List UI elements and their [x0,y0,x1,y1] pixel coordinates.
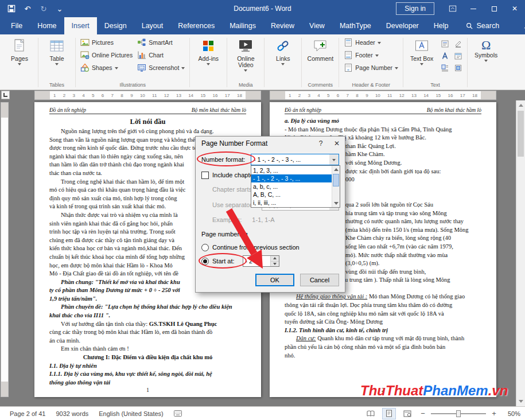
ruler-number: 10 [140,93,145,98]
object-button[interactable] [452,63,464,73]
scroll-down-icon[interactable] [334,202,339,205]
save-icon[interactable] [7,4,16,13]
horizontal-ruler[interactable]: 123456789101112131415161718 123456789101… [0,90,525,100]
ruler-number: 12 [164,93,169,98]
web-layout-button[interactable] [400,408,414,419]
cancel-button[interactable]: Cancel [300,274,339,286]
shapes-button[interactable]: Shapes [78,61,135,74]
addins-button[interactable]: Add-ins [192,36,224,65]
dialog-title-bar[interactable]: Page Number Format ? ✕ [196,137,345,150]
dropdown-option[interactable]: i, ii, iii, ... [251,199,332,207]
number-format-label: Number format: [201,156,251,163]
scroll-thumb[interactable] [518,111,524,157]
smartart-button[interactable]: SmartArt [135,36,187,49]
ribbon-tab[interactable]: MathType [332,17,379,34]
start-at-spinner[interactable]: - 2 - [243,255,279,267]
zoom-in-button[interactable]: + [490,410,498,418]
ribbon-tab[interactable]: File [3,17,30,34]
ruler-number: 14 [188,93,193,98]
include-chapter-checkbox[interactable] [201,172,209,179]
ribbon-tab[interactable]: Mailings [222,17,263,34]
dropdown-option[interactable]: 1, 2, 3, ... [251,166,332,174]
zoom-slider-thumb[interactable] [456,410,461,417]
share-button[interactable]: Share [513,22,525,30]
undo-icon[interactable]: ↶ [23,4,32,13]
number-format-combobox[interactable]: - 1 -, - 2 -, - 3 -, ... [251,154,339,165]
comment-button[interactable]: Comment [304,36,336,62]
minimize-button[interactable] [463,0,484,17]
dropdown-option[interactable]: a, b, c, ... [251,182,332,190]
redo-icon[interactable]: ↻ [39,4,48,13]
dropdown-option[interactable]: - 1 -, - 2 -, - 3 -, ... [251,174,332,182]
date-time-button[interactable] [452,50,464,61]
wordart-button[interactable] [439,50,450,61]
vertical-ruler[interactable] [1,102,9,397]
ok-button[interactable]: OK [255,274,294,286]
ribbon-display-options-icon[interactable] [442,0,463,17]
links-button[interactable]: Links [267,36,299,65]
print-layout-button[interactable] [382,408,396,419]
dialog-close-icon[interactable]: ✕ [329,137,345,150]
customize-qat-icon[interactable]: ⌄ [55,4,64,13]
zoom-out-button[interactable]: − [419,410,427,418]
screenshot-button[interactable]: Screenshot [135,61,187,74]
word-count[interactable]: 9032 words [50,410,94,417]
symbols-button[interactable]: Ω Symbols [470,36,502,62]
scroll-down-icon[interactable] [519,400,523,403]
tab-stop-selector[interactable] [1,91,10,99]
scroll-up-icon[interactable] [519,104,523,107]
text-box-button[interactable]: Text Box [406,36,438,65]
online-pictures-icon [80,50,90,60]
quick-parts-button[interactable] [439,38,450,49]
spinner-down-icon[interactable] [271,261,279,267]
online-pictures-button[interactable]: Online Pictures [78,49,135,61]
addins-label: Add-ins [199,56,219,62]
ribbon-tab[interactable]: Layout [134,17,171,34]
ruler-number: 6 [337,93,339,98]
combo-arrow-icon[interactable] [329,154,339,165]
close-button[interactable]: ✕ [504,0,525,17]
language-indicator[interactable]: English (United States) [94,410,169,417]
comment-icon [313,38,328,53]
dropdown-option[interactable]: A, B, C, ... [251,190,332,199]
read-mode-button[interactable] [364,408,378,419]
spinner-up-icon[interactable] [271,256,279,261]
footer-button[interactable]: Footer [341,49,400,61]
start-at-radio[interactable] [201,258,209,265]
keyboard-indicator-icon[interactable] [169,410,187,417]
drop-cap-button[interactable] [439,63,450,73]
scroll-thumb[interactable] [333,174,339,186]
ribbon-tab[interactable]: Insert [64,17,97,34]
document-line: a. Địa lý của vùng mỏ [285,117,481,126]
online-video-button[interactable]: Online Video [230,36,262,72]
search-box[interactable]: Search [456,22,510,30]
vertical-scrollbar[interactable] [516,100,525,406]
document-line: I.1.1. Địa lý của vùng mỏ, khu vực thiết… [49,370,246,379]
continue-radio[interactable] [201,244,209,251]
sign-in-button[interactable]: Sign in [396,2,434,15]
pictures-button[interactable]: Pictures [78,36,135,49]
ribbon-tab[interactable]: Developer [379,17,426,34]
chart-button[interactable]: Chart [135,49,187,61]
word-window: ↶ ↻ ⌄ Document6 - Word Sign in ✕ FileHom… [0,0,525,420]
page-indicator[interactable]: Page 2 of 41 [5,410,50,417]
ribbon-tab[interactable]: View [302,17,332,34]
dropdown-caret-icon [115,67,118,69]
scroll-up-icon[interactable] [334,168,339,171]
ribbon-tab[interactable]: Review [263,17,302,34]
ribbon-tab[interactable]: Help [426,17,456,34]
maximize-button[interactable] [484,0,504,17]
dialog-help-icon[interactable]: ? [313,137,329,150]
dropdown-scrollbar[interactable] [332,166,340,207]
ribbon-tab[interactable]: Design [97,17,134,34]
zoom-percentage[interactable]: 50% [502,410,520,417]
table-button[interactable]: Table [41,36,73,65]
signature-line-button[interactable] [452,38,464,49]
page-number-button[interactable]: Page Number [341,61,400,74]
zoom-slider[interactable] [431,410,486,418]
pages-button[interactable]: Pages [3,36,36,65]
ruler-number: 17 [225,93,230,98]
ribbon-tab[interactable]: References [170,17,222,34]
ribbon-tab[interactable]: Home [30,17,64,34]
header-button[interactable]: Header [341,36,400,49]
